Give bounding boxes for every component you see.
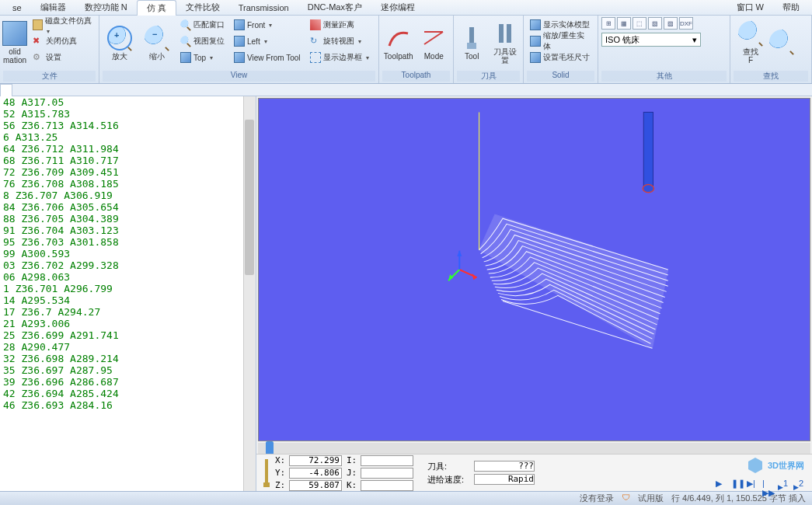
toolpath-button[interactable]: Toolpath bbox=[382, 17, 415, 68]
trial-status: 试用版 bbox=[638, 493, 664, 504]
label: Toolpath bbox=[384, 52, 413, 61]
regen-solid-button[interactable]: 缩放/重生实体 bbox=[527, 33, 594, 49]
find-button-2[interactable] bbox=[771, 17, 793, 68]
top-view-button[interactable]: Top bbox=[177, 50, 228, 65]
stock-size-button[interactable]: 设置毛坯尺寸 bbox=[527, 50, 594, 65]
left-icon bbox=[234, 36, 245, 47]
menu-item-simulate[interactable]: 仿 真 bbox=[137, 0, 176, 16]
code-line[interactable]: 72 Z36.709 A309.451 bbox=[0, 166, 256, 178]
code-line[interactable]: 42 Z36.694 A285.424 bbox=[0, 388, 256, 399]
code-line[interactable]: 06 A298.063 bbox=[0, 271, 256, 283]
code-line[interactable]: 52 A315.783 bbox=[0, 108, 256, 120]
menu-item-help[interactable]: 帮助 bbox=[773, 0, 809, 15]
menu-item-window[interactable]: 窗口 W bbox=[727, 0, 773, 15]
code-line[interactable]: 84 Z36.706 A305.654 bbox=[0, 201, 256, 213]
code-line[interactable]: 25 Z36.699 A291.741 bbox=[0, 329, 256, 341]
zoom-in-button[interactable]: + 放大 bbox=[103, 17, 137, 68]
reset-view-button[interactable]: 视图复位 bbox=[177, 33, 228, 49]
fit-window-button[interactable]: 匹配窗口 bbox=[177, 17, 228, 33]
y-input[interactable] bbox=[289, 468, 342, 479]
code-line[interactable]: 32 Z36.698 A289.214 bbox=[0, 353, 256, 364]
code-line[interactable]: 35 Z36.697 A287.95 bbox=[0, 364, 256, 376]
tool-indicator-icon bbox=[261, 458, 272, 489]
menu-item-dncmax[interactable]: DNC-Max客户 bbox=[298, 0, 371, 15]
code-line[interactable]: 95 Z36.703 A301.858 bbox=[0, 236, 256, 248]
progress-bar[interactable] bbox=[258, 443, 810, 454]
bounds-button[interactable]: 显示边界框 bbox=[307, 50, 372, 65]
menu-item-nc[interactable]: 数控功能 N bbox=[75, 0, 137, 15]
x-input[interactable] bbox=[289, 455, 342, 466]
code-line[interactable]: 56 Z36.713 A314.516 bbox=[0, 120, 256, 131]
code-line[interactable]: 14 A295.534 bbox=[0, 294, 256, 306]
skip-button[interactable]: |▶▶ bbox=[762, 479, 773, 489]
mode-button[interactable]: Mode bbox=[418, 17, 451, 68]
pause-button[interactable]: ❚❚ bbox=[731, 479, 742, 489]
other-icon-4[interactable]: ▧ bbox=[648, 17, 662, 30]
code-line[interactable]: 88 Z36.705 A304.389 bbox=[0, 213, 256, 225]
other-icon-1[interactable]: ⊞ bbox=[601, 17, 615, 30]
code-line[interactable]: 1 Z36.701 A296.799 bbox=[0, 283, 256, 294]
tool-button[interactable]: Tool bbox=[457, 17, 487, 68]
code-line[interactable]: 03 Z36.702 A299.328 bbox=[0, 259, 256, 271]
code-line[interactable]: 39 Z36.696 A286.687 bbox=[0, 376, 256, 388]
watermark-text: 3D世界网 bbox=[768, 461, 804, 470]
speed-2x-button[interactable]: ▶2 bbox=[793, 479, 804, 489]
z-input[interactable] bbox=[289, 480, 342, 491]
label: 关闭仿真 bbox=[46, 36, 77, 47]
code-line[interactable]: 21 A293.006 bbox=[0, 318, 256, 329]
front-view-button[interactable]: Front bbox=[231, 17, 304, 33]
measure-button[interactable]: 测量距离 bbox=[307, 17, 372, 33]
tab[interactable] bbox=[0, 84, 12, 96]
code-line[interactable]: 91 Z36.704 A303.123 bbox=[0, 225, 256, 236]
close-sim-button[interactable]: ✖关闭仿真 bbox=[30, 33, 96, 49]
j-input[interactable] bbox=[361, 468, 413, 479]
other-icon-3[interactable]: ⬚ bbox=[633, 17, 646, 30]
i-input[interactable] bbox=[361, 455, 413, 466]
code-line[interactable]: 8 Z36.707 A306.919 bbox=[0, 190, 256, 201]
feed-value[interactable] bbox=[474, 474, 535, 485]
scroll-thumb[interactable] bbox=[245, 120, 254, 275]
3d-viewport[interactable] bbox=[258, 98, 810, 441]
other-icon-5[interactable]: ▨ bbox=[664, 17, 678, 30]
speed-1x-button[interactable]: ▶1 bbox=[778, 479, 789, 489]
k-input[interactable] bbox=[361, 480, 413, 491]
menu-item-miniprog[interactable]: 迷你编程 bbox=[371, 0, 424, 15]
bounds-icon bbox=[310, 52, 321, 63]
tool-value[interactable] bbox=[474, 461, 535, 472]
view-pane: X: I: Y: J: Z: K: 刀具: 进给速度: 3D世界网 ▶ ❚❚ ▶… bbox=[256, 96, 812, 491]
code-line[interactable]: 6 A313.25 bbox=[0, 131, 256, 143]
code-line[interactable]: 64 Z36.712 A311.984 bbox=[0, 143, 256, 155]
ribbon: olid mation 磁盘文件仿真 ✖关闭仿真 ⚙设置 文件 + 放大 − 缩… bbox=[0, 16, 812, 84]
left-view-button[interactable]: Left bbox=[231, 33, 304, 49]
code-line[interactable]: 76 Z36.708 A308.185 bbox=[0, 178, 256, 190]
menu-item-transmission[interactable]: Transmission bbox=[229, 2, 298, 14]
solid-animation-button[interactable]: olid mation bbox=[3, 17, 26, 68]
play-button[interactable]: ▶ bbox=[716, 479, 727, 489]
label: F bbox=[748, 56, 753, 64]
zoom-out-button[interactable]: − 缩小 bbox=[140, 17, 174, 68]
label: 刀具设置 bbox=[490, 47, 521, 64]
svg-rect-14 bbox=[265, 459, 268, 482]
code-line[interactable]: 28 A290.477 bbox=[0, 341, 256, 353]
solid-icon bbox=[530, 19, 541, 30]
menu-item-filecompare[interactable]: 文件比较 bbox=[176, 0, 229, 15]
code-line[interactable]: 99 A300.593 bbox=[0, 248, 256, 259]
step-button[interactable]: ▶| bbox=[747, 479, 758, 489]
scrollbar[interactable] bbox=[243, 96, 256, 491]
menu-item-base[interactable]: se bbox=[3, 2, 31, 14]
rotate-view-button[interactable]: ↻旋转视图 bbox=[307, 33, 372, 49]
settings-button[interactable]: ⚙设置 bbox=[30, 50, 96, 65]
menu-item-editor[interactable]: 编辑器 bbox=[31, 0, 75, 15]
code-line[interactable]: 46 Z36.693 A284.16 bbox=[0, 399, 256, 411]
other-icon-2[interactable]: ▦ bbox=[617, 17, 631, 30]
code-line[interactable]: 68 Z36.711 A310.717 bbox=[0, 155, 256, 166]
playback-controls: ▶ ❚❚ ▶| |▶▶ ▶1 ▶2 bbox=[716, 479, 804, 489]
disk-file-sim-button[interactable]: 磁盘文件仿真 bbox=[30, 17, 96, 33]
other-icon-dxf[interactable]: DXF bbox=[679, 17, 693, 30]
code-line[interactable]: 17 Z36.7 A294.27 bbox=[0, 306, 256, 318]
machine-select[interactable]: ISO 铣床▾ bbox=[601, 33, 701, 47]
code-line[interactable]: 48 A317.05 bbox=[0, 96, 256, 108]
view-from-tool-button[interactable]: View From Tool bbox=[231, 50, 304, 65]
find-button[interactable]: 查找 F bbox=[734, 17, 768, 68]
tool-settings-button[interactable]: 刀具设置 bbox=[490, 17, 521, 68]
